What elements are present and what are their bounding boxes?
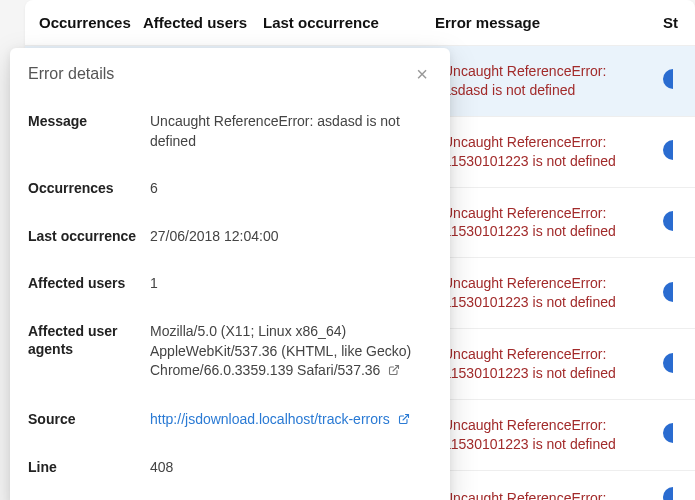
field-source: Source http://jsdownload.localhost/track… [28, 400, 432, 449]
close-icon: × [416, 63, 428, 85]
modal-header: Error details × [10, 48, 450, 98]
cell-status [655, 258, 695, 329]
cell-status [655, 329, 695, 400]
field-message-value: Uncaught ReferenceError: asdasd is not d… [150, 112, 432, 151]
modal-body: Message Uncaught ReferenceError: asdasd … [10, 98, 450, 496]
field-affected-user-agents-label: Affected user agents [28, 322, 138, 358]
cell-status [655, 187, 695, 258]
user-agent-text: Mozilla/5.0 (X11; Linux x86_64) AppleWeb… [150, 323, 411, 378]
status-pill[interactable] [663, 487, 673, 500]
col-header-affected-users[interactable]: Affected users [135, 0, 255, 46]
field-source-label: Source [28, 410, 138, 428]
field-last-occurrence: Last occurrence 27/06/2018 12:04:00 [28, 217, 432, 265]
col-header-occurrences[interactable]: Occurrences [25, 0, 135, 46]
col-header-status[interactable]: St [655, 0, 695, 46]
modal-title: Error details [28, 65, 114, 83]
field-affected-user-agents-value: Mozilla/5.0 (X11; Linux x86_64) AppleWeb… [150, 322, 432, 382]
close-button[interactable]: × [412, 62, 432, 86]
field-line: Line 408 [28, 448, 432, 496]
source-link[interactable]: http://jsdownload.localhost/track-errors [150, 411, 390, 427]
cell-error-message: Uncaught ReferenceError: [435, 470, 655, 500]
status-pill[interactable] [663, 140, 673, 160]
field-line-label: Line [28, 458, 138, 476]
status-pill[interactable] [663, 282, 673, 302]
error-details-modal: Error details × Message Uncaught Referen… [10, 48, 450, 500]
cell-error-message: Uncaught ReferenceError: a1530101223 is … [435, 116, 655, 187]
status-pill[interactable] [663, 353, 673, 373]
field-affected-users-value: 1 [150, 274, 432, 294]
cell-status [655, 46, 695, 117]
status-pill[interactable] [663, 423, 673, 443]
cell-status [655, 470, 695, 500]
field-line-value: 408 [150, 458, 432, 478]
field-occurrences-value: 6 [150, 179, 432, 199]
cell-error-message: Uncaught ReferenceError: a1530101223 is … [435, 329, 655, 400]
external-link-icon[interactable] [388, 362, 400, 382]
cell-error-message: Uncaught ReferenceError: asdasd is not d… [435, 46, 655, 117]
field-affected-users: Affected users 1 [28, 264, 432, 312]
col-header-last-occurrence[interactable]: Last occurrence [255, 0, 435, 46]
external-link-icon[interactable] [398, 411, 410, 431]
cell-error-message: Uncaught ReferenceError: a1530101223 is … [435, 258, 655, 329]
field-occurrences: Occurrences 6 [28, 169, 432, 217]
field-last-occurrence-value: 27/06/2018 12:04:00 [150, 227, 432, 247]
svg-line-0 [393, 366, 399, 372]
cell-error-message: Uncaught ReferenceError: a1530101223 is … [435, 399, 655, 470]
status-pill[interactable] [663, 69, 673, 89]
field-message-label: Message [28, 112, 138, 130]
cell-status [655, 116, 695, 187]
cell-status [655, 399, 695, 470]
field-affected-user-agents: Affected user agents Mozilla/5.0 (X11; L… [28, 312, 432, 400]
field-affected-users-label: Affected users [28, 274, 138, 292]
field-occurrences-label: Occurrences [28, 179, 138, 197]
field-source-value: http://jsdownload.localhost/track-errors [150, 410, 432, 431]
col-header-error-message[interactable]: Error message [435, 0, 655, 46]
field-message: Message Uncaught ReferenceError: asdasd … [28, 102, 432, 169]
field-last-occurrence-label: Last occurrence [28, 227, 138, 245]
status-pill[interactable] [663, 211, 673, 231]
svg-line-1 [403, 414, 409, 420]
cell-error-message: Uncaught ReferenceError: a1530101223 is … [435, 187, 655, 258]
